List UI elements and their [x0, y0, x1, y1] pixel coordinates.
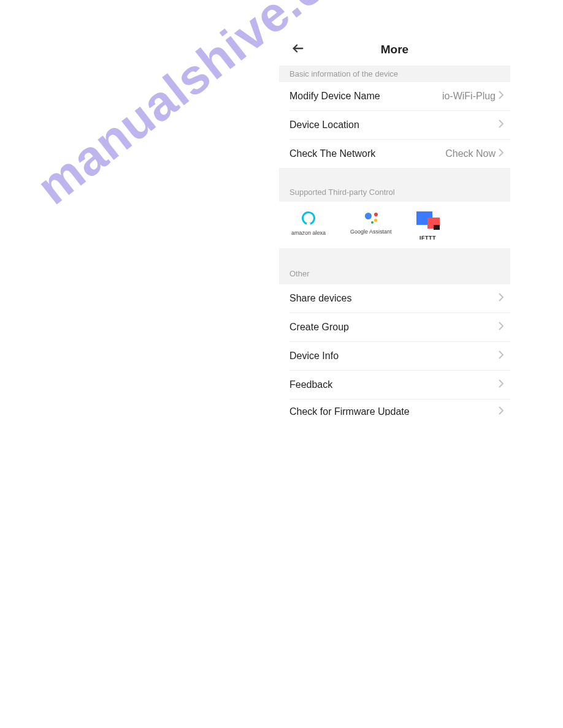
third-party-row: amazon alexa Google Assistant IFTTT [279, 202, 510, 248]
third-party-label: amazon alexa [291, 230, 326, 236]
chevron-right-icon [498, 293, 504, 304]
google-assistant-icon [364, 211, 378, 224]
item-label: Device Location [289, 119, 359, 131]
section-header-other: Other [279, 248, 510, 284]
row-device-info[interactable]: Device Info [289, 342, 510, 371]
row-feedback[interactable]: Feedback [289, 371, 510, 400]
section-header-third-party: Supported Third-party Control [279, 168, 510, 202]
chevron-right-icon [498, 379, 504, 390]
chevron-right-icon [498, 322, 504, 333]
row-modify-device-name[interactable]: Modify Device Name io-WiFi-Plug [289, 82, 510, 111]
header-bar: More [279, 34, 510, 66]
section-header-basic-info: Basic information of the device [279, 66, 510, 82]
chevron-right-icon [498, 119, 504, 131]
item-label: Share devices [289, 293, 351, 304]
back-icon[interactable] [291, 42, 305, 58]
chevron-right-icon [498, 148, 504, 159]
third-party-label: Google Assistant [350, 229, 392, 235]
chevron-right-icon [498, 406, 504, 415]
ifttt-icon [416, 211, 440, 230]
item-label: Check for Firmware Update [289, 406, 410, 415]
third-party-label: IFTTT [419, 235, 436, 241]
alexa-icon [302, 211, 315, 225]
row-check-network[interactable]: Check The Network Check Now [289, 140, 510, 168]
third-party-ifttt[interactable]: IFTTT [416, 211, 440, 241]
item-label: Modify Device Name [289, 91, 380, 102]
item-label: Device Info [289, 351, 339, 362]
row-create-group[interactable]: Create Group [289, 313, 510, 342]
row-firmware-update[interactable]: Check for Firmware Update [289, 400, 510, 415]
page-title: More [381, 43, 408, 56]
item-value: Check Now [445, 148, 496, 159]
item-value: io-WiFi-Plug [442, 91, 496, 102]
chevron-right-icon [498, 351, 504, 362]
item-label: Create Group [289, 322, 349, 333]
third-party-google-assistant[interactable]: Google Assistant [350, 211, 392, 241]
row-device-location[interactable]: Device Location [289, 111, 510, 140]
item-label: Check The Network [289, 148, 375, 159]
chevron-right-icon [498, 91, 504, 102]
item-label: Feedback [289, 379, 332, 390]
row-share-devices[interactable]: Share devices [289, 284, 510, 313]
third-party-alexa[interactable]: amazon alexa [291, 211, 326, 241]
app-settings-screen: More Basic information of the device Mod… [279, 34, 510, 423]
